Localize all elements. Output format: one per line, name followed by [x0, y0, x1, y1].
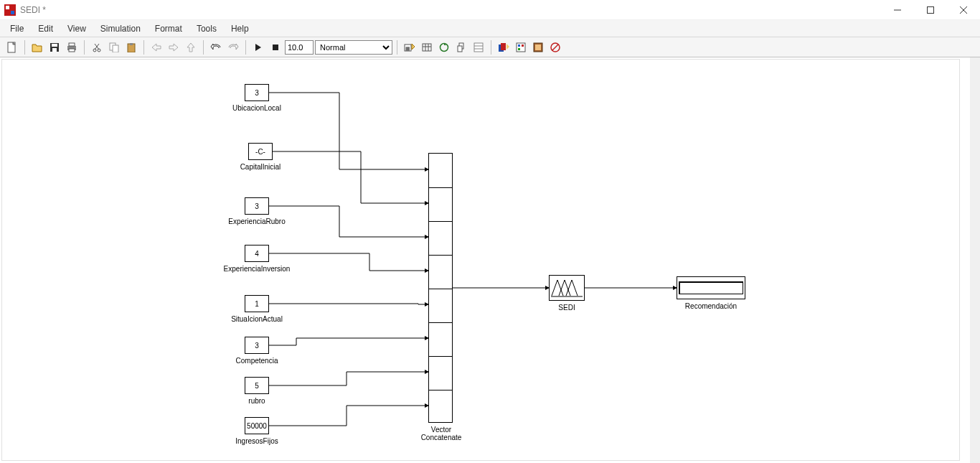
svg-rect-51 — [535, 45, 541, 50]
constant-value: 50000 — [247, 422, 267, 430]
forward-icon[interactable] — [166, 39, 182, 55]
model-canvas-wrapper: 3 UbicacionLocal -C- CapitalInicial 3 Ex… — [0, 57, 980, 463]
vector-concatenate-block[interactable] — [428, 153, 453, 423]
build-icon[interactable] — [419, 39, 435, 55]
simulation-stop-time-input[interactable] — [285, 40, 314, 55]
vertical-scrollbar[interactable] — [970, 57, 980, 463]
constant-value: 3 — [255, 202, 259, 210]
constant-block-situacion[interactable]: 1 — [245, 295, 269, 312]
svg-marker-9 — [32, 45, 42, 52]
toolbar-separator — [491, 40, 491, 55]
constant-value: 3 — [255, 342, 259, 350]
stop-simulation-icon[interactable] — [268, 39, 283, 55]
menu-simulation[interactable]: Simulation — [93, 22, 148, 36]
constant-value: 1 — [255, 300, 259, 308]
svg-rect-11 — [52, 44, 57, 47]
menu-view[interactable]: View — [60, 22, 93, 36]
svg-rect-32 — [423, 44, 431, 51]
block-label-exp-rubro: ExperienciaRubro — [228, 218, 286, 225]
signal-data-logging-icon[interactable] — [530, 39, 546, 55]
menu-edit[interactable]: Edit — [31, 22, 60, 36]
display-block-recomendacion[interactable] — [677, 276, 745, 299]
fuzzy-membership-icon — [550, 277, 583, 299]
toolbar-separator — [24, 40, 25, 55]
paste-icon[interactable] — [123, 39, 139, 55]
svg-rect-2 — [11, 11, 14, 14]
svg-line-53 — [552, 45, 558, 50]
simulation-mode-select[interactable]: Normal — [315, 40, 392, 55]
svg-rect-39 — [458, 46, 462, 52]
svg-rect-1 — [6, 6, 9, 9]
minimize-button[interactable] — [881, 0, 914, 20]
menu-help[interactable]: Help — [224, 22, 256, 36]
toolbar-separator — [203, 40, 204, 55]
print-icon[interactable] — [64, 39, 80, 55]
svg-marker-25 — [169, 44, 178, 51]
constant-value: 4 — [255, 250, 259, 258]
menu-format[interactable]: Format — [148, 22, 189, 36]
svg-marker-27 — [255, 44, 261, 51]
model-canvas[interactable]: 3 UbicacionLocal -C- CapitalInicial 3 Ex… — [1, 59, 960, 461]
fuzzy-logic-block-sedi[interactable] — [549, 275, 585, 301]
toolbar-separator — [143, 40, 144, 55]
menu-file[interactable]: File — [3, 22, 31, 36]
titlebar: SEDI * — [0, 0, 980, 20]
constant-block-exp-rubro[interactable]: 3 — [245, 197, 269, 215]
svg-marker-24 — [152, 44, 161, 51]
constant-block-ubicacion[interactable]: 3 — [245, 84, 269, 101]
library-browser-icon[interactable] — [496, 39, 512, 55]
model-explorer-icon[interactable] — [453, 39, 469, 55]
block-label-vector-concat: Vector Concatenate — [421, 426, 462, 441]
svg-rect-14 — [69, 43, 75, 46]
up-level-icon[interactable] — [183, 39, 199, 55]
svg-marker-45 — [507, 44, 509, 50]
save-icon[interactable] — [47, 39, 62, 55]
svg-rect-46 — [517, 43, 525, 52]
svg-rect-49 — [518, 48, 520, 50]
svg-rect-47 — [518, 45, 520, 47]
block-label-ubicacion: UbicacionLocal — [232, 104, 281, 112]
svg-text:▦: ▦ — [405, 46, 410, 51]
debug-icon[interactable] — [547, 39, 563, 55]
constant-block-exp-inversion[interactable]: 4 — [245, 245, 269, 262]
undo-icon[interactable] — [208, 39, 224, 55]
copy-icon[interactable] — [106, 39, 122, 55]
model-browser-icon[interactable] — [513, 39, 529, 55]
block-label-competencia: Competencia — [236, 357, 278, 365]
svg-rect-4 — [928, 7, 934, 14]
cut-icon[interactable] — [89, 39, 105, 55]
model-configuration-icon[interactable] — [471, 39, 486, 55]
constant-value: 5 — [255, 382, 259, 390]
constant-block-capital[interactable]: -C- — [248, 143, 273, 160]
block-label-recomendacion: Recomendación — [685, 302, 737, 310]
block-label-situacion: SituaIcionActual — [231, 315, 283, 323]
block-label-capital: CapitalInicial — [240, 163, 281, 171]
svg-marker-31 — [412, 44, 415, 50]
close-button[interactable] — [947, 0, 980, 20]
new-model-icon[interactable] — [4, 39, 20, 55]
redo-icon[interactable] — [225, 39, 241, 55]
svg-rect-23 — [130, 43, 133, 45]
toolbar-separator — [397, 40, 397, 55]
incremental-build-icon[interactable]: ▦ — [402, 39, 418, 55]
start-simulation-icon[interactable] — [250, 39, 266, 55]
menu-tools[interactable]: Tools — [189, 22, 224, 36]
svg-rect-21 — [113, 45, 118, 52]
block-label-ingresos: IngresosFijos — [235, 437, 278, 445]
update-diagram-icon[interactable] — [436, 39, 452, 55]
toolbar-separator — [84, 40, 85, 55]
menubar: File Edit View Simulation Format Tools H… — [0, 20, 980, 37]
block-label-sedi: SEDI — [558, 304, 575, 312]
constant-block-rubro[interactable]: 5 — [245, 377, 269, 394]
constant-block-competencia[interactable]: 3 — [245, 337, 269, 354]
svg-rect-12 — [52, 48, 57, 52]
back-icon[interactable] — [149, 39, 164, 55]
block-label-rubro: rubro — [248, 397, 265, 405]
open-icon[interactable] — [29, 39, 45, 55]
constant-block-ingresos[interactable]: 50000 — [245, 417, 269, 434]
constant-value: 3 — [255, 89, 259, 97]
svg-rect-28 — [273, 45, 278, 50]
svg-rect-40 — [474, 43, 483, 52]
constant-value: -C- — [255, 148, 265, 156]
maximize-button[interactable] — [914, 0, 947, 20]
